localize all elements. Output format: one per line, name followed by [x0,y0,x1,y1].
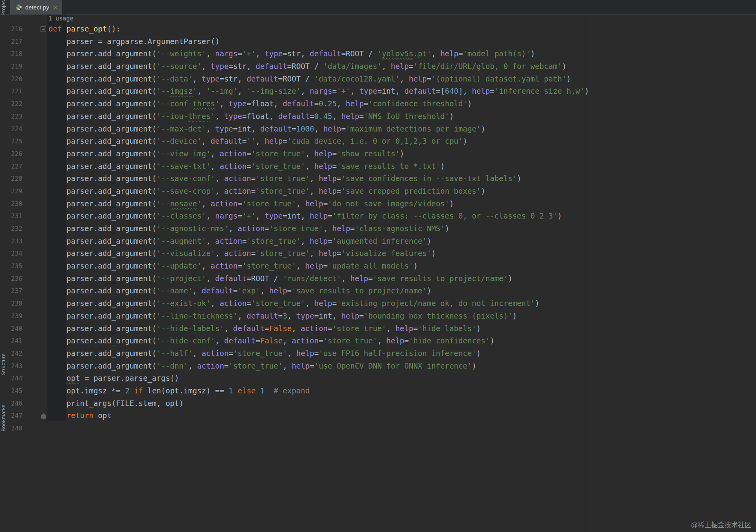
code-token: '--max-det' [157,124,206,133]
line-number[interactable]: 228 [7,172,22,185]
code-line[interactable]: 239 parser.add_argument('--line-thicknes… [7,310,756,323]
code-line[interactable]: 221 parser.add_argument('--imgsz', '--im… [7,85,756,98]
line-number[interactable]: 246 [7,397,22,410]
tab-detect-py[interactable]: detect.py × [10,0,62,15]
line-number[interactable]: 233 [7,235,22,248]
code-line[interactable]: 248 [7,422,756,435]
code-token: 1000 [296,124,314,133]
code-token: '--name' [157,286,193,295]
line-number[interactable]: 242 [7,347,22,360]
code-line[interactable]: 216def parse_opt(): [7,23,756,35]
code-line[interactable]: 232 parser.add_argument('--agnostic-nms'… [7,222,756,235]
code-token: , [256,137,265,145]
code-line[interactable]: 236 parser.add_argument('--project', def… [7,272,756,285]
code-line[interactable]: 225 parser.add_argument('--device', defa… [7,135,756,148]
code-token: help [341,311,359,320]
line-number[interactable]: 240 [7,323,22,335]
line-number[interactable]: 236 [7,272,22,285]
code-line[interactable]: 233 parser.add_argument('--augment', act… [7,235,756,248]
line-number[interactable]: 217 [7,35,22,48]
line-number[interactable]: 245 [7,385,22,397]
code-editor[interactable]: 1 usage − 216def parse_opt():217 parser … [7,15,756,532]
line-number[interactable]: 244 [7,372,22,385]
tab-close-icon[interactable]: × [54,4,57,11]
gutter-spacer [22,297,48,310]
line-number[interactable]: 229 [7,185,22,198]
code-line[interactable]: 242 parser.add_argument('--half', action… [7,347,756,360]
code-token: , [206,124,215,133]
line-number[interactable]: 218 [7,48,22,60]
line-number[interactable]: 247 [7,410,22,422]
code-token: , [332,112,341,120]
line-number[interactable]: 241 [7,335,22,347]
code-line[interactable]: 247 return opt [7,410,756,422]
line-number[interactable]: 227 [7,160,22,173]
code-line[interactable]: 241 parser.add_argument('--hide-conf', d… [7,335,756,347]
line-number[interactable]: 231 [7,210,22,222]
code-line[interactable]: 223 parser.add_argument('--iou-thres', t… [7,110,756,123]
code-line[interactable]: 222 parser.add_argument('--conf-thres', … [7,98,756,110]
line-number[interactable]: 232 [7,222,22,235]
code-line[interactable]: 218 parser.add_argument('--weights', nar… [7,48,756,60]
fold-collapse-icon[interactable]: − [41,26,46,32]
code-token: = parser.parse_args() [80,374,179,382]
line-number[interactable]: 222 [7,98,22,110]
code-text: parser.add_argument('--augment', action=… [48,235,431,248]
code-token: ) [449,199,454,208]
line-number[interactable]: 221 [7,85,22,98]
code-lines[interactable]: 216def parse_opt():217 parser = argparse… [7,23,756,435]
line-number[interactable]: 248 [7,422,22,435]
line-number[interactable]: 225 [7,135,22,148]
tool-button-bookmarks[interactable]: Bookmarks [0,404,6,432]
code-line[interactable]: 237 parser.add_argument('--name', defaul… [7,285,756,297]
line-number[interactable]: 230 [7,198,22,210]
line-number[interactable]: 235 [7,260,22,272]
line-number[interactable]: 243 [7,360,22,373]
code-line[interactable]: 235 parser.add_argument('--update', acti… [7,260,756,272]
code-token: help [346,99,364,108]
code-token: 'use FP16 half-precision inference' [319,349,476,358]
line-number[interactable]: 239 [7,310,22,323]
code-line[interactable]: 231 parser.add_argument('--classes', nar… [7,210,756,222]
code-token: , [197,87,206,95]
code-line[interactable]: 217 parser = argparse.ArgumentParser() [7,35,756,48]
code-token: , [431,49,440,58]
code-line[interactable]: 227 parser.add_argument('--save-txt', ac… [7,160,756,173]
code-line[interactable]: 224 parser.add_argument('--max-det', typ… [7,123,756,135]
line-number[interactable]: 216 [7,23,22,35]
code-line[interactable]: 226 parser.add_argument('--view-img', ac… [7,148,756,160]
code-line[interactable]: 240 parser.add_argument('--hide-labels',… [7,323,756,335]
code-line[interactable]: 229 parser.add_argument('--save-crop', a… [7,185,756,198]
line-number[interactable]: 238 [7,297,22,310]
code-token: help [440,49,458,58]
code-token: action [224,174,251,183]
line-number[interactable]: 234 [7,247,22,260]
line-number[interactable]: 220 [7,73,22,85]
code-line[interactable]: 244 opt = parser.parse_args() [7,372,756,385]
code-line[interactable]: 228 parser.add_argument('--save-conf', a… [7,172,756,185]
code-line[interactable]: 230 parser.add_argument('--nosave', acti… [7,198,756,210]
code-line[interactable]: 234 parser.add_argument('--visualize', a… [7,247,756,260]
code-line[interactable]: 220 parser.add_argument('--data', type=s… [7,73,756,85]
code-token: default [310,49,341,58]
tool-button-structure[interactable]: Structure [0,353,6,375]
line-number[interactable]: 226 [7,148,22,160]
line-number[interactable]: 219 [7,60,22,73]
code-token: parser.add_argument( [48,224,157,233]
code-line[interactable]: 243 parser.add_argument('--dnn', action=… [7,360,756,373]
code-line[interactable]: 246 print_args(FILE.stem, opt) [7,397,756,410]
code-token: 'hide confidences' [409,336,490,345]
code-token: 'store_true' [332,324,386,333]
usage-hint[interactable]: 1 usage [48,15,73,23]
code-line[interactable]: 219 parser.add_argument('--source', type… [7,60,756,73]
tool-button-project[interactable]: Project [0,0,6,15]
code-token: , [305,299,314,308]
line-number[interactable]: 223 [7,110,22,123]
line-number[interactable]: 224 [7,123,22,135]
code-line[interactable]: 245 opt.imgsz *= 2 if len(opt.imgsz) == … [7,385,756,397]
line-number[interactable]: 237 [7,285,22,297]
code-token: , [305,162,314,171]
code-token: default [211,137,242,145]
code-token: help [319,249,337,258]
code-line[interactable]: 238 parser.add_argument('--exist-ok', ac… [7,297,756,310]
